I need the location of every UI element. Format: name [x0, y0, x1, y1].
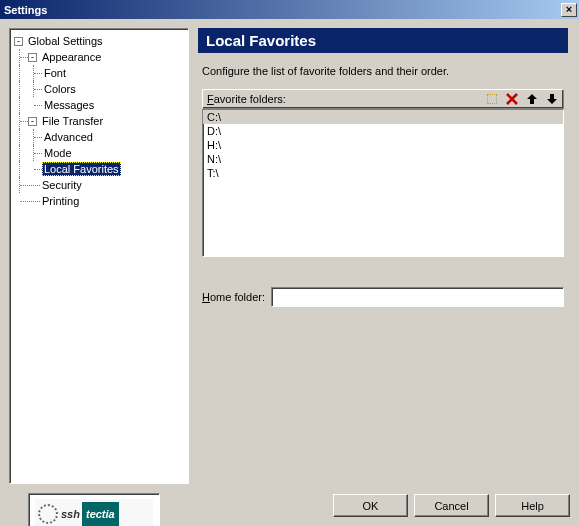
- tree-item-file-transfer[interactable]: - File Transfer: [14, 113, 186, 129]
- tree-item-font[interactable]: Font: [14, 65, 186, 81]
- tree-item-printing[interactable]: Printing: [14, 193, 186, 209]
- window-title: Settings: [4, 4, 47, 16]
- logo-ring-icon: [38, 504, 58, 524]
- add-folder-icon[interactable]: [485, 92, 499, 106]
- tree-item-appearance[interactable]: - Appearance: [14, 49, 186, 65]
- cancel-button[interactable]: Cancel: [414, 494, 489, 517]
- tree-item-local-favorites[interactable]: Local Favorites: [14, 161, 186, 177]
- dialog-buttons: OK Cancel Help: [333, 494, 570, 517]
- content-panel: Local Favorites Configure the list of fa…: [198, 28, 568, 484]
- expand-icon[interactable]: -: [14, 37, 23, 46]
- titlebar: Settings ×: [0, 0, 579, 19]
- delete-icon[interactable]: [505, 92, 519, 106]
- move-up-icon[interactable]: [525, 92, 539, 106]
- favorites-list[interactable]: C:\ D:\ H:\ N:\ T:\: [202, 109, 564, 257]
- list-item[interactable]: D:\: [203, 124, 563, 138]
- tree-item-mode[interactable]: Mode: [14, 145, 186, 161]
- brand-logo: ssh tectia: [35, 499, 153, 526]
- tree-item-messages[interactable]: Messages: [14, 97, 186, 113]
- tree-item-global-settings[interactable]: - Global Settings: [14, 33, 186, 49]
- home-folder-input[interactable]: [271, 287, 564, 307]
- favorites-header: Favorite folders:: [202, 89, 564, 109]
- dialog-body: - Global Settings - Appearance Font Colo…: [0, 19, 579, 526]
- expand-icon[interactable]: -: [28, 53, 37, 62]
- logo-panel: ssh tectia: [28, 493, 160, 526]
- expand-icon[interactable]: -: [28, 117, 37, 126]
- list-item[interactable]: H:\: [203, 138, 563, 152]
- list-item[interactable]: T:\: [203, 166, 563, 180]
- ok-button[interactable]: OK: [333, 494, 408, 517]
- tree-panel: - Global Settings - Appearance Font Colo…: [9, 28, 189, 484]
- list-item[interactable]: N:\: [203, 152, 563, 166]
- settings-tree[interactable]: - Global Settings - Appearance Font Colo…: [12, 31, 186, 209]
- help-button[interactable]: Help: [495, 494, 570, 517]
- tree-item-advanced[interactable]: Advanced: [14, 129, 186, 145]
- list-item[interactable]: C:\: [203, 110, 563, 124]
- home-folder-row: Home folder:: [202, 287, 564, 307]
- tree-item-security[interactable]: Security: [14, 177, 186, 193]
- close-button[interactable]: ×: [561, 3, 577, 17]
- section-description: Configure the list of favorite folders a…: [202, 65, 564, 77]
- section-heading: Local Favorites: [198, 28, 568, 53]
- tree-item-colors[interactable]: Colors: [14, 81, 186, 97]
- move-down-icon[interactable]: [545, 92, 559, 106]
- favorites-group: Favorite folders: C:\ D:\ H:: [202, 89, 564, 257]
- favorites-label: Favorite folders:: [207, 93, 286, 105]
- home-folder-label: Home folder:: [202, 291, 265, 303]
